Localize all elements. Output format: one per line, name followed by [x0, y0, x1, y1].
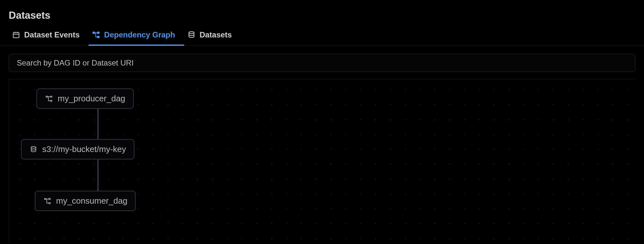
tab-dependency-graph[interactable]: Dependency Graph: [89, 27, 184, 46]
graph-edge: [98, 107, 98, 139]
dag-icon: [43, 197, 52, 205]
graph-node-dag[interactable]: my_producer_dag: [36, 88, 134, 109]
database-icon: [187, 31, 196, 39]
svg-rect-9: [51, 96, 52, 97]
database-icon: [29, 145, 38, 154]
tab-label: Dependency Graph: [104, 30, 175, 39]
tab-dataset-events[interactable]: Dataset Events: [9, 27, 89, 46]
calendar-icon: [12, 31, 20, 39]
svg-rect-5: [97, 32, 99, 34]
svg-rect-10: [51, 100, 52, 101]
graph-node-label: my_producer_dag: [58, 94, 125, 104]
graph-icon: [92, 31, 100, 39]
svg-rect-8: [46, 96, 48, 97]
svg-rect-13: [49, 198, 51, 199]
tab-label: Dataset Events: [24, 30, 80, 39]
svg-rect-12: [44, 198, 46, 199]
svg-rect-0: [13, 33, 19, 38]
page-title: Datasets: [0, 10, 644, 27]
search-input[interactable]: [9, 54, 635, 72]
search-container: [9, 54, 635, 72]
tab-label: Datasets: [200, 30, 232, 39]
dag-icon: [45, 95, 53, 103]
svg-point-11: [31, 146, 36, 148]
dependency-graph-canvas[interactable]: my_producer_dag s3://my-bucket/my-key: [9, 79, 635, 244]
svg-point-7: [189, 32, 194, 34]
graph-node-dataset[interactable]: s3://my-bucket/my-key: [21, 139, 134, 159]
svg-rect-14: [49, 202, 51, 204]
tabs: Dataset Events Dependency Graph: [0, 27, 644, 46]
graph-node-dag[interactable]: my_consumer_dag: [35, 191, 136, 211]
tab-datasets[interactable]: Datasets: [184, 27, 241, 46]
svg-rect-4: [93, 32, 95, 34]
graph-node-label: my_consumer_dag: [56, 196, 127, 206]
graph-edge: [98, 158, 98, 191]
graph-node-label: s3://my-bucket/my-key: [42, 144, 126, 154]
svg-rect-6: [97, 36, 99, 38]
